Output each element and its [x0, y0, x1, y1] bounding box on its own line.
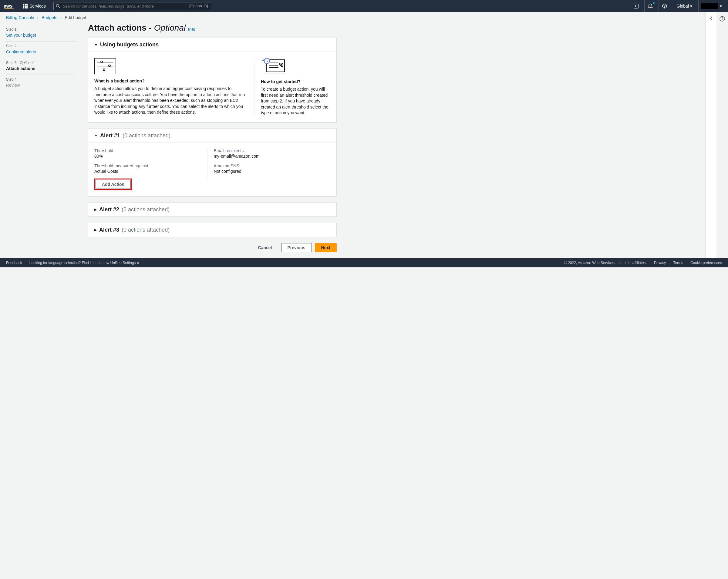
- caret-right-icon: ▶: [94, 208, 97, 212]
- top-nav: aws Services [Option+S] Global ▾ ▾: [0, 0, 728, 12]
- help-icon[interactable]: [658, 0, 670, 12]
- step-3: Step 3 - Optional Attach actions: [6, 58, 76, 75]
- region-selector[interactable]: Global ▾: [673, 0, 696, 12]
- sliders-icon: [94, 58, 116, 74]
- info-link[interactable]: Info: [188, 27, 196, 31]
- lang-prompt: Looking for language selection? Find it …: [29, 261, 139, 265]
- alert-1-panel: ▼ Alert #1 (0 actions attached) Threshol…: [88, 129, 337, 196]
- step-review: Review: [6, 82, 76, 88]
- grid-icon: [23, 4, 28, 8]
- account-name-redacted: [701, 3, 718, 9]
- info-rail: [717, 12, 728, 258]
- breadcrumb-current: Edit budget: [64, 15, 86, 20]
- info-circle-icon[interactable]: [719, 16, 725, 22]
- alert-3-header[interactable]: ▶ Alert #3 (0 actions attached): [88, 223, 336, 237]
- search-shortcut: [Option+S]: [189, 4, 208, 8]
- chevron-down-icon: ▾: [690, 4, 692, 8]
- breadcrumb: Billing Console › Budgets › Edit budget: [0, 12, 706, 23]
- services-label: Services: [29, 4, 46, 8]
- right-rail: [706, 12, 717, 258]
- alert-2-panel: ▶ Alert #2 (0 actions attached): [88, 202, 337, 217]
- previous-button[interactable]: Previous: [281, 243, 312, 252]
- aws-logo[interactable]: aws: [4, 3, 17, 9]
- svg-point-17: [281, 65, 283, 67]
- chevron-right-icon: ›: [60, 15, 62, 20]
- breadcrumb-budgets[interactable]: Budgets: [42, 15, 57, 20]
- alert-1-left-fields: Threshold 80% Threshold measured against…: [94, 148, 207, 178]
- services-menu[interactable]: Services: [20, 0, 49, 12]
- cookie-link[interactable]: Cookie preferences: [691, 261, 722, 265]
- search-icon: [56, 4, 60, 8]
- step-configure-alerts-link[interactable]: Configure alerts: [6, 49, 76, 54]
- global-search: [Option+S]: [53, 2, 211, 10]
- privacy-link[interactable]: Privacy: [654, 261, 666, 265]
- feedback-link[interactable]: Feedback: [6, 261, 22, 265]
- step-1: Step 1 Set your budget: [6, 25, 76, 41]
- search-input[interactable]: [53, 2, 211, 10]
- notification-dot-icon: [653, 2, 655, 4]
- step-4: Step 4 Review: [6, 75, 76, 91]
- next-button[interactable]: Next: [315, 243, 337, 252]
- breadcrumb-billing[interactable]: Billing Console: [6, 15, 34, 20]
- what-is-column: What is a budget action? A budget action…: [94, 58, 249, 116]
- alert-1-right-fields: Email recipients my-email@amazon.com Ama…: [213, 148, 330, 178]
- using-budget-actions-panel: ▼ Using budgets actions What is a budget…: [88, 37, 337, 122]
- how-to-column: How to get started? To create a budget a…: [255, 58, 330, 116]
- get-started-icon: [261, 58, 288, 75]
- terms-link[interactable]: Terms: [673, 261, 683, 265]
- cloudshell-icon[interactable]: [630, 0, 642, 12]
- svg-point-19: [722, 17, 723, 18]
- step-set-budget-link[interactable]: Set your budget: [6, 32, 76, 37]
- footer: Feedback Looking for language selection?…: [0, 258, 728, 267]
- alert-2-header[interactable]: ▶ Alert #2 (0 actions attached): [88, 203, 336, 216]
- step-2: Step 2 Configure alerts: [6, 41, 76, 58]
- alert-1-header[interactable]: ▼ Alert #1 (0 actions attached): [88, 129, 336, 142]
- chevron-down-icon: ▾: [720, 4, 722, 8]
- external-link-icon: ⧉: [137, 261, 139, 265]
- caret-down-icon: ▼: [94, 43, 98, 47]
- using-panel-header[interactable]: ▼ Using budgets actions: [88, 38, 336, 52]
- caret-down-icon: ▼: [94, 134, 98, 137]
- svg-point-16: [279, 63, 281, 65]
- unified-settings-link[interactable]: Unified Settings ⧉: [110, 261, 139, 265]
- caret-right-icon: ▶: [94, 228, 97, 232]
- svg-line-1: [58, 7, 60, 8]
- alert-3-panel: ▶ Alert #3 (0 actions attached): [88, 223, 337, 237]
- wizard-buttons: Cancel Previous Next: [88, 243, 337, 252]
- cancel-button[interactable]: Cancel: [252, 243, 278, 252]
- copyright: © 2022, Amazon Web Services, Inc. or its…: [564, 261, 647, 265]
- account-menu[interactable]: ▾: [698, 0, 724, 12]
- collapse-panel-icon[interactable]: [709, 16, 714, 21]
- add-action-button[interactable]: Add Action: [96, 180, 131, 189]
- chevron-right-icon: ›: [37, 15, 39, 20]
- notifications-icon[interactable]: [644, 0, 656, 12]
- add-action-highlight: Add Action: [94, 178, 132, 190]
- main-content: Attach actions - Optional Info ▼ Using b…: [88, 23, 337, 252]
- svg-point-0: [56, 4, 59, 7]
- wizard-steps-nav: Step 1 Set your budget Step 2 Configure …: [6, 23, 76, 91]
- page-title: Attach actions - Optional Info: [88, 23, 337, 33]
- step-attach-actions: Attach actions: [6, 65, 76, 71]
